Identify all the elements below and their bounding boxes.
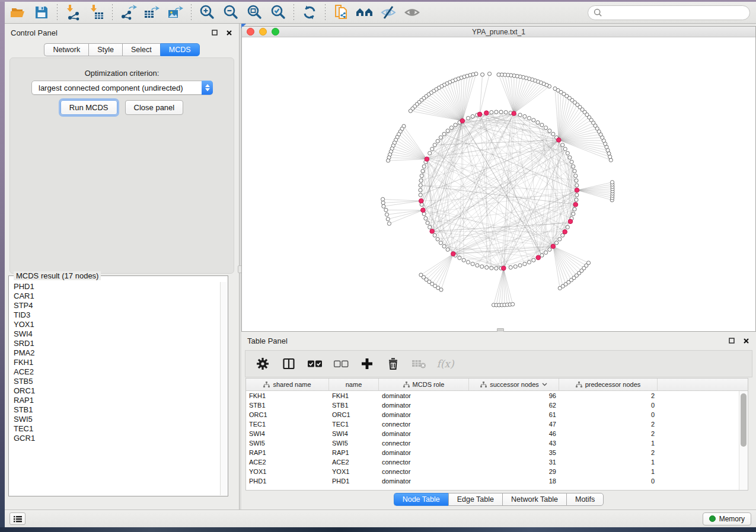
list-item[interactable]: ACE2	[9, 367, 220, 377]
list-item[interactable]: STP4	[9, 301, 220, 310]
zoom-out-button[interactable]	[219, 2, 243, 23]
search-field[interactable]	[588, 5, 750, 20]
attribute-type-icon	[480, 382, 487, 387]
network-window-titlebar[interactable]: YPA_prune.txt_1	[242, 27, 755, 37]
list-item[interactable]: ORC1	[9, 386, 220, 396]
main-toolbar	[0, 2, 756, 24]
task-history-button[interactable]	[9, 512, 25, 525]
memory-label: Memory	[719, 515, 745, 523]
column-header-shared-name[interactable]: shared name	[246, 379, 329, 390]
tab-select[interactable]: Select	[122, 43, 160, 56]
tab-network[interactable]: Network	[44, 43, 88, 56]
criterion-select[interactable]: largest connected component (undirected)	[31, 81, 213, 95]
zoom-selected-button[interactable]	[266, 2, 290, 23]
column-header-successor-nodes[interactable]: successor nodes	[469, 379, 559, 390]
table-row[interactable]: ACE2ACE2connector311	[246, 457, 739, 467]
delete-column-button[interactable]	[384, 355, 402, 373]
close-panel-icon[interactable]	[742, 336, 750, 345]
column-header-predecessor-nodes[interactable]: predecessor nodes	[559, 379, 658, 390]
list-item[interactable]: TEC1	[9, 424, 220, 434]
tab-network-table[interactable]: Network Table	[502, 493, 566, 506]
clear-table-icon	[412, 358, 427, 370]
table-panel-title: Table Panel	[247, 336, 288, 345]
import-network-button[interactable]	[61, 2, 85, 23]
attribute-type-icon	[576, 382, 582, 387]
list-item[interactable]: PMA2	[9, 348, 220, 358]
refresh-button[interactable]	[298, 2, 321, 23]
table-row[interactable]: SWI4SWI4dominator462	[246, 429, 739, 438]
close-panel-button[interactable]: Close panel	[125, 100, 184, 115]
tab-motifs[interactable]: Motifs	[566, 493, 604, 506]
list-item[interactable]: TID3	[9, 310, 220, 320]
table-row[interactable]: ORC1ORC1dominator610	[246, 410, 739, 419]
float-panel-icon[interactable]	[728, 336, 736, 345]
mcds-result-list[interactable]: PHD1 CAR1 STP4 TID3 YOX1 SWI4 SRD1 PMA2 …	[9, 282, 220, 495]
tab-mcds[interactable]: MCDS	[160, 43, 200, 56]
list-item[interactable]: STB1	[9, 405, 220, 415]
hide-selected-button[interactable]	[377, 2, 400, 23]
column-label: successor nodes	[490, 381, 539, 388]
show-all-eye-icon	[403, 4, 421, 21]
duplicate-network-button[interactable]	[329, 2, 353, 23]
mcds-list-scrollbar[interactable]	[220, 282, 227, 495]
toolbar-separator	[325, 4, 326, 21]
memory-button[interactable]: Memory	[703, 512, 751, 525]
open-session-button[interactable]	[6, 2, 30, 23]
first-neighbors-icon	[355, 4, 374, 21]
run-mcds-button[interactable]: Run MCDS	[60, 100, 117, 115]
show-columns-button[interactable]	[280, 355, 298, 373]
list-item[interactable]: PHD1	[9, 282, 220, 291]
show-all-button[interactable]	[400, 2, 424, 23]
column-header-mcds-role[interactable]: MCDS role	[379, 379, 469, 390]
toolbar-separator	[191, 4, 192, 21]
table-row[interactable]: FKH1FKH1dominator962	[246, 391, 739, 400]
columns-icon	[282, 357, 295, 370]
table-body: FKH1FKH1dominator962 STB1STB1dominator62…	[246, 391, 739, 490]
table-settings-button[interactable]	[254, 355, 272, 373]
deselect-all-button[interactable]	[332, 355, 350, 373]
table-row[interactable]: SWI5SWI5connector431	[246, 438, 739, 448]
table-scrollbar-thumb[interactable]	[741, 393, 747, 447]
tab-style[interactable]: Style	[88, 43, 122, 56]
table-row[interactable]: TEC1TEC1connector472	[246, 419, 739, 429]
status-bar: Memory	[5, 509, 756, 527]
export-image-button[interactable]	[164, 2, 187, 23]
deselect-all-icon	[333, 358, 349, 369]
table-row[interactable]: RAP1RAP1dominator352	[246, 448, 739, 457]
list-item[interactable]: STB5	[9, 377, 220, 386]
gear-icon	[256, 357, 269, 370]
table-row[interactable]: PHD1PHD1dominator180	[246, 476, 739, 486]
list-item[interactable]: FKH1	[9, 358, 220, 367]
list-item[interactable]: SWI5	[9, 415, 220, 424]
close-panel-icon[interactable]	[225, 28, 233, 37]
list-item[interactable]: GCR1	[9, 434, 220, 443]
export-table-button[interactable]	[140, 2, 164, 23]
add-column-button[interactable]	[358, 355, 376, 373]
list-item[interactable]: SRD1	[9, 339, 220, 348]
column-label: shared name	[273, 381, 311, 388]
column-label: predecessor nodes	[585, 381, 641, 388]
table-row[interactable]: YOX1YOX1connector291	[246, 467, 739, 476]
select-all-button[interactable]	[306, 355, 324, 373]
table-scrollbar[interactable]	[739, 391, 748, 490]
float-panel-icon[interactable]	[210, 28, 219, 37]
app-window: Control Panel Network Style Select MCDS …	[0, 0, 756, 532]
table-panel-titlebar: Table Panel	[241, 332, 756, 350]
list-item[interactable]: YOX1	[9, 320, 220, 329]
network-graph[interactable]	[242, 37, 755, 331]
zoom-fit-button[interactable]	[243, 2, 266, 23]
zoom-in-button[interactable]	[195, 2, 219, 23]
list-item[interactable]: RAP1	[9, 396, 220, 405]
first-neighbors-button[interactable]	[353, 2, 377, 23]
import-table-button[interactable]	[85, 2, 109, 23]
search-input[interactable]	[602, 8, 744, 17]
list-item[interactable]: SWI4	[9, 329, 220, 339]
table-row[interactable]: STB1STB1dominator620	[246, 400, 739, 410]
save-session-button[interactable]	[30, 2, 53, 23]
list-item[interactable]: CAR1	[9, 291, 220, 301]
network-canvas[interactable]	[242, 37, 755, 331]
tab-edge-table[interactable]: Edge Table	[448, 493, 502, 506]
tab-node-table[interactable]: Node Table	[394, 493, 448, 506]
column-header-name[interactable]: name	[329, 379, 379, 390]
export-network-button[interactable]	[116, 2, 140, 23]
